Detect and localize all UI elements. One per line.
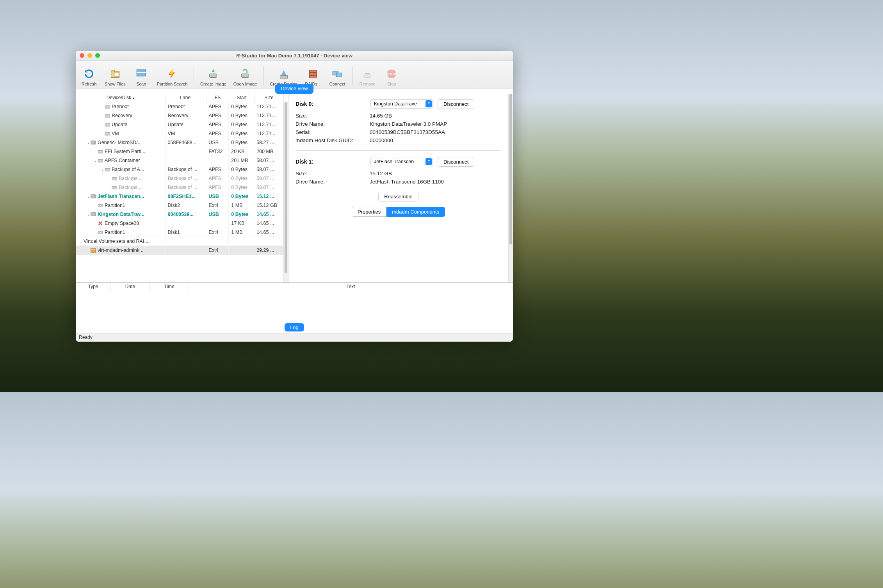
log-col-type[interactable]: Type <box>76 283 111 291</box>
openimage-icon <box>239 68 251 80</box>
col-start[interactable]: Start <box>229 94 255 102</box>
zoom-icon[interactable] <box>95 53 100 58</box>
chevron-down-icon[interactable]: ⌄ <box>87 212 91 216</box>
svg-point-44 <box>100 232 101 233</box>
chevron-down-icon[interactable]: ⌄ <box>87 194 91 198</box>
device-name: Partition1 <box>105 203 125 208</box>
createregion-icon <box>278 68 290 80</box>
cell-label: Disk1 <box>166 228 207 237</box>
cell-fs: APFS <box>206 165 229 174</box>
property-row: Drive Name:Kingston DataTraveler 3.0 PMA… <box>296 121 501 127</box>
cell-label: Recovery <box>166 111 207 120</box>
cell-label <box>166 246 207 255</box>
table-row[interactable]: Empty Space2817 KB14.65 ... <box>76 219 283 228</box>
cell-device: Partition1 <box>76 201 166 210</box>
details-panel: Disk 0: Kingston DataTrave Disconnect Si… <box>288 94 508 282</box>
svg-rect-12 <box>336 73 342 77</box>
log-panel: Type Date Time Text Log <box>76 282 513 333</box>
cell-size: 14.65 ... <box>254 219 283 228</box>
status-bar: Ready <box>76 333 513 342</box>
table-row[interactable]: virt-mdadm-admink...Ext429.29 ... <box>76 246 283 255</box>
col-fs[interactable]: FS <box>207 94 229 102</box>
showfiles-icon <box>109 68 121 80</box>
details-scrollbar[interactable] <box>508 94 513 282</box>
table-row[interactable]: EFI System Parti...FAT3220 KB200 MB <box>76 147 283 156</box>
cell-label: 058F84688... <box>166 138 207 147</box>
disk-icon <box>112 185 117 190</box>
tree-header: Device/Disk▴ Label FS Start Size <box>76 94 288 102</box>
table-row[interactable]: UpdateUpdateAPFS0 Bytes112.71 ... <box>76 120 283 129</box>
cell-size: 58.07 ... <box>254 165 283 174</box>
disk0-section: Disk 0: Kingston DataTrave Disconnect Si… <box>296 99 501 143</box>
table-row[interactable]: PrebootPrebootAPFS0 Bytes112.71 ... <box>76 102 283 111</box>
remove-icon <box>361 68 374 80</box>
svg-rect-37 <box>91 194 96 198</box>
cell-fs <box>206 219 229 228</box>
table-row[interactable]: VMVMAPFS0 Bytes112.71 ... <box>76 129 283 138</box>
table-row[interactable]: ⌄Generic- MicroSD/...058F84688...USB0 By… <box>76 138 283 147</box>
tab-log[interactable]: Log <box>285 323 304 331</box>
svg-point-36 <box>114 187 115 188</box>
prop-value: Kingston DataTraveler 3.0 PMAP <box>370 121 501 127</box>
log-body <box>76 291 513 322</box>
svg-rect-6 <box>242 74 249 77</box>
svg-rect-9 <box>310 73 317 75</box>
table-row[interactable]: Backups ...Backups of ...APFS0 Bytes58.0… <box>76 174 283 183</box>
disk1-disconnect-button[interactable]: Disconnect <box>438 157 474 167</box>
tab-mdadm-components[interactable]: mdadm Components <box>386 207 445 217</box>
cell-size: 15.12 ... <box>254 192 283 201</box>
disk0-disconnect-button[interactable]: Disconnect <box>438 99 474 109</box>
disk0-select[interactable]: Kingston DataTrave <box>370 99 433 109</box>
disk-icon <box>98 149 103 154</box>
disk-icon <box>105 113 110 118</box>
chevron-down-icon[interactable]: ⌄ <box>87 141 91 144</box>
log-col-date[interactable]: Date <box>111 283 150 291</box>
table-row[interactable]: ⌄Kingston DataTrav...00400539...USB0 Byt… <box>76 210 283 219</box>
tab-device-view[interactable]: Device view <box>275 84 313 94</box>
table-row[interactable]: Partition1Disk1Ext41 MB14.65 ... <box>76 228 283 237</box>
minimize-icon[interactable] <box>87 53 92 58</box>
table-row[interactable]: ⌄Virtual Volume sets and RAI... <box>76 237 283 246</box>
prop-key: mdadm Host Disk GUID: <box>296 137 370 143</box>
col-device[interactable]: Device/Disk▴ <box>76 94 166 102</box>
log-col-time[interactable]: Time <box>150 283 189 291</box>
svg-point-40 <box>100 205 101 206</box>
svg-rect-4 <box>137 72 146 73</box>
reassemble-button[interactable]: Reassemble <box>378 192 418 201</box>
cell-start: 0 Bytes <box>229 183 254 192</box>
prop-value: JetFlash Transcend 16GB 1100 <box>370 179 501 185</box>
scan-icon <box>135 68 148 80</box>
cell-device: ⌄Backups of A... <box>76 165 166 174</box>
prop-key: Size: <box>296 113 370 119</box>
svg-point-22 <box>107 124 108 125</box>
tree-body[interactable]: PrebootPrebootAPFS0 Bytes112.71 ...Recov… <box>76 102 283 282</box>
table-row[interactable]: Backups ...Backups of ...APFS0 Bytes58.0… <box>76 183 283 192</box>
svg-rect-8 <box>310 70 317 72</box>
disk-icon <box>98 230 103 235</box>
table-row[interactable]: Partition1Disk2Ext41 MB15.12 GB <box>76 201 283 210</box>
cell-label <box>166 237 207 246</box>
chevron-down-icon[interactable]: ⌄ <box>101 167 105 171</box>
cell-start: 0 Bytes <box>229 138 254 147</box>
col-size[interactable]: Size <box>255 94 284 102</box>
col-label[interactable]: Label <box>166 94 207 102</box>
createimage-icon <box>207 68 219 80</box>
stop-icon: STOP <box>385 68 398 80</box>
disk1-select[interactable]: JetFlash Transcen <box>370 157 433 166</box>
close-icon[interactable] <box>80 53 84 58</box>
cell-device: virt-mdadm-admink... <box>76 246 166 255</box>
svg-rect-2 <box>114 73 119 76</box>
table-row[interactable]: ⌄JetFlash Transcen...08F2SHE1...USB0 Byt… <box>76 192 283 201</box>
log-col-text[interactable]: Text <box>189 283 513 291</box>
chevron-down-icon[interactable]: ⌄ <box>80 239 84 243</box>
chevron-down-icon[interactable]: ⌄ <box>94 159 98 162</box>
table-row[interactable]: RecoveryRecoveryAPFS0 Bytes112.71 ... <box>76 111 283 120</box>
tree-scrollbar[interactable] <box>283 102 288 282</box>
cell-device: ⌄JetFlash Transcen... <box>76 192 166 201</box>
table-row[interactable]: ⌄Backups of A...Backups of ...APFS0 Byte… <box>76 165 283 174</box>
device-name: Generic- MicroSD/... <box>98 140 142 145</box>
cell-start: 0 Bytes <box>229 165 254 174</box>
device-name: Kingston DataTrav... <box>98 212 144 217</box>
tab-properties[interactable]: Properties <box>352 207 386 217</box>
table-row[interactable]: ⌄APFS Container201 MB58.07 ... <box>76 156 283 165</box>
